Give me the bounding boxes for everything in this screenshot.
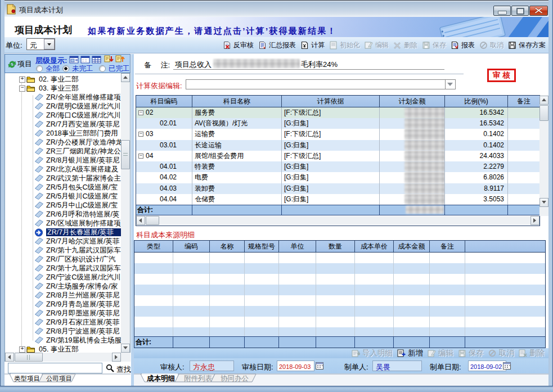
svg-text:公司项目: 公司项目	[46, 375, 72, 382]
svg-text:附件列表: 附件列表	[184, 375, 213, 382]
svg-text:类型项目: 类型项目	[14, 375, 40, 382]
svg-text:协同办公: 协同办公	[221, 375, 249, 382]
svg-text:成本明细: 成本明细	[146, 375, 175, 382]
